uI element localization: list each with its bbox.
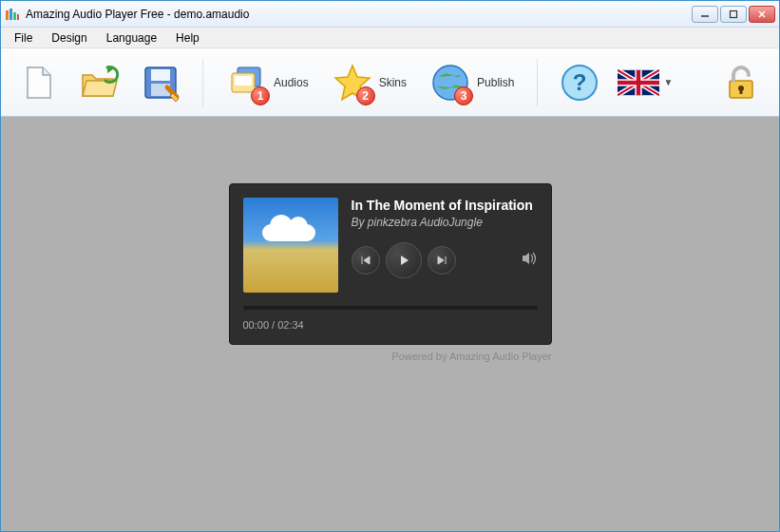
window-controls	[692, 6, 775, 23]
skins-label: Skins	[379, 76, 407, 89]
player-controls	[352, 242, 538, 278]
next-button[interactable]	[428, 246, 456, 275]
minimize-button[interactable]	[692, 6, 718, 23]
svg-rect-1	[10, 9, 12, 20]
progress-bar[interactable]	[243, 306, 538, 310]
svg-text:?: ?	[573, 69, 587, 95]
toolbar-separator	[537, 59, 538, 106]
svg-rect-13	[235, 76, 252, 86]
skins-button[interactable]: 2 Skins	[324, 58, 414, 107]
toolbar: 1 Audios 2 Skins 3 Publish ?	[1, 48, 779, 117]
svg-rect-3	[17, 14, 19, 20]
save-button[interactable]	[134, 60, 187, 105]
skins-star-icon: 2	[332, 62, 373, 104]
unlock-icon	[720, 62, 762, 104]
menu-language[interactable]: Language	[97, 29, 166, 47]
publish-button[interactable]: 3 Publish	[422, 58, 522, 107]
prev-button[interactable]	[352, 246, 380, 275]
menu-design[interactable]: Design	[42, 29, 96, 47]
svg-rect-0	[6, 10, 9, 20]
uk-flag-icon	[618, 69, 659, 96]
help-button[interactable]: ?	[553, 60, 606, 105]
audios-badge: 1	[251, 86, 270, 105]
unlock-button[interactable]	[714, 60, 768, 105]
save-icon	[140, 62, 181, 104]
menu-help[interactable]: Help	[166, 29, 209, 47]
svg-rect-24	[740, 88, 743, 94]
open-button[interactable]	[73, 60, 126, 105]
track-title: In The Moment of Inspiration	[352, 198, 538, 214]
toolbar-separator	[202, 59, 203, 106]
svg-rect-5	[731, 10, 737, 17]
new-file-icon	[18, 62, 60, 104]
close-button[interactable]	[749, 6, 775, 23]
svg-rect-9	[151, 69, 170, 81]
new-button[interactable]	[12, 60, 66, 105]
publish-label: Publish	[477, 76, 514, 89]
volume-button[interactable]	[521, 250, 538, 271]
menu-file[interactable]: File	[5, 29, 42, 47]
window-title: Amazing Audio Player Free - demo.amaudio	[26, 8, 692, 21]
audio-player: In The Moment of Inspiration By pinkzebr…	[229, 183, 552, 345]
time-display: 00:00 / 02:34	[243, 319, 538, 331]
help-icon: ?	[559, 62, 600, 104]
player-credit: Powered by Amazing Audio Player	[229, 351, 552, 362]
audios-label: Audios	[274, 76, 309, 89]
chevron-down-icon: ▼	[663, 77, 673, 87]
app-icon	[5, 7, 20, 22]
menubar: File Design Language Help	[1, 28, 779, 48]
language-selector[interactable]: ▼	[614, 66, 676, 100]
album-artwork	[243, 198, 338, 293]
audios-icon: 1	[226, 62, 268, 104]
workspace: In The Moment of Inspiration By pinkzebr…	[1, 117, 779, 531]
svg-rect-2	[13, 12, 16, 20]
maximize-button[interactable]	[720, 6, 747, 23]
svg-rect-21	[618, 80, 659, 84]
track-artist: By pinkzebra AudioJungle	[352, 216, 538, 229]
publish-globe-icon: 3	[429, 62, 471, 104]
play-button[interactable]	[386, 242, 422, 278]
audios-button[interactable]: 1 Audios	[219, 58, 316, 107]
window-titlebar: Amazing Audio Player Free - demo.amaudio	[1, 1, 779, 28]
skins-badge: 2	[356, 86, 375, 105]
open-folder-icon	[79, 62, 121, 104]
publish-badge: 3	[454, 86, 473, 105]
